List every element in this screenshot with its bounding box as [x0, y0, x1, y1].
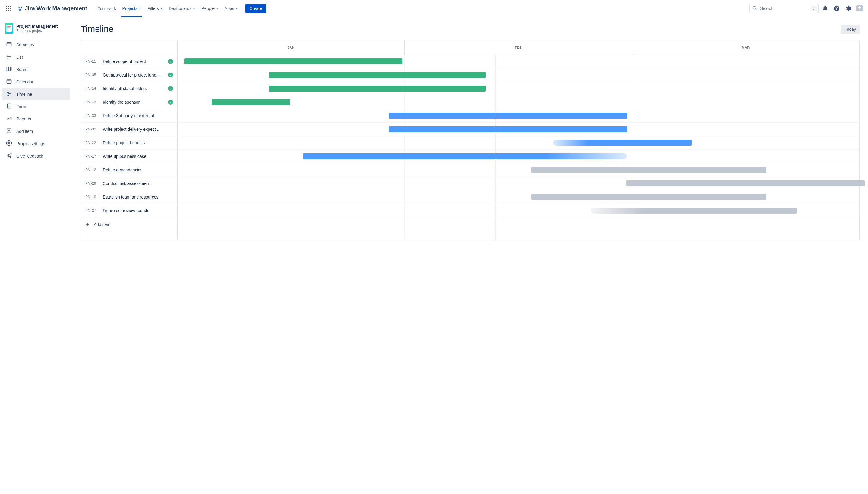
issue-key: PM-22 — [85, 141, 98, 145]
nav-right: / — [749, 4, 864, 13]
issue-key: PM-29 — [85, 181, 98, 186]
timeline-bar[interactable] — [303, 153, 627, 159]
timeline-month-feb: FEB — [405, 40, 632, 55]
search-box: / — [749, 4, 818, 13]
sidebar-item-label: List — [16, 55, 23, 60]
nav-item-your-work[interactable]: Your work — [95, 4, 119, 13]
nav-item-apps[interactable]: Apps▼ — [222, 4, 241, 13]
sidebar-item-calendar[interactable]: Calendar — [2, 76, 70, 88]
avatar — [856, 4, 864, 12]
timeline-row-info: PM-29Conduct risk assessment — [81, 177, 178, 190]
app-switcher-button[interactable] — [4, 4, 13, 13]
sidebar-item-timeline[interactable]: Timeline — [2, 88, 70, 100]
timeline-bar[interactable] — [531, 194, 767, 200]
timeline-header: JANFEBMAR — [81, 40, 859, 55]
timeline-bar[interactable] — [211, 99, 290, 105]
svg-point-0 — [6, 6, 7, 7]
calendar-icon — [6, 78, 12, 85]
settings-button[interactable] — [843, 4, 853, 13]
timeline-row-gantt — [178, 82, 859, 95]
sidebar-item-project-settings[interactable]: Project settings — [2, 137, 70, 150]
create-button[interactable]: Create — [245, 4, 266, 13]
sidebar-item-summary[interactable]: Summary — [2, 39, 70, 51]
svg-rect-29 — [7, 92, 10, 93]
timeline-row-gantt — [178, 190, 859, 204]
check-icon — [168, 100, 173, 104]
timeline-row[interactable]: PM-10Establish team and resources — [81, 190, 859, 204]
add-item-button[interactable]: Add item — [81, 217, 178, 231]
timeline-bar[interactable] — [389, 113, 627, 119]
timeline-row-info: PM-13Identify the sponsor — [81, 95, 178, 109]
nav-item-label: Apps — [224, 6, 234, 11]
timeline-bar[interactable] — [591, 208, 797, 213]
chevron-down-icon: ▼ — [160, 7, 163, 10]
search-shortcut: / — [811, 6, 817, 11]
project-header[interactable]: Project management Business project — [2, 22, 70, 39]
timeline-row[interactable]: PM-22Define project benefits — [81, 136, 859, 150]
sidebar-item-give-feedback[interactable]: Give feedback — [2, 150, 70, 162]
timeline-row[interactable]: PM-35Get approval for project fund... — [81, 69, 859, 82]
today-button[interactable]: Today — [841, 25, 860, 34]
profile-button[interactable] — [855, 4, 864, 13]
feedback-icon — [6, 152, 12, 159]
timeline-bar[interactable] — [269, 72, 485, 78]
add-item-label: Add item — [94, 222, 110, 227]
svg-point-4 — [8, 8, 9, 9]
timeline-row-info: PM-10Establish team and resources — [81, 190, 178, 204]
nav-item-dashboards[interactable]: Dashboards▼ — [166, 4, 198, 13]
nav-item-label: People — [201, 6, 215, 11]
search-input[interactable] — [749, 4, 818, 13]
board-icon — [6, 66, 12, 73]
svg-line-10 — [756, 9, 756, 10]
sidebar-item-reports[interactable]: Reports — [2, 113, 70, 125]
svg-point-3 — [6, 8, 7, 9]
timeline-bar[interactable] — [553, 140, 691, 146]
nav-item-filters[interactable]: Filters▼ — [144, 4, 166, 13]
help-button[interactable] — [832, 4, 842, 13]
timeline-row-gantt — [178, 204, 859, 217]
timeline-row[interactable]: PM-32Write project delivery expect... — [81, 122, 859, 136]
svg-point-8 — [10, 10, 11, 11]
timeline-row[interactable]: PM-33Define 3rd party or external — [81, 109, 859, 122]
timeline-row-info: PM-33Define 3rd party or external — [81, 109, 178, 122]
nav-item-projects[interactable]: Projects▼ — [119, 4, 144, 13]
timeline-row[interactable]: PM-11Define scope of project — [81, 55, 859, 69]
sidebar-item-add-item[interactable]: Add item — [2, 125, 70, 137]
svg-point-5 — [10, 8, 11, 9]
notifications-button[interactable] — [820, 4, 830, 13]
timeline-row-info: PM-22Define project benefits — [81, 136, 178, 149]
timeline-row[interactable]: PM-27Figure out review rounds — [81, 204, 859, 217]
sidebar-item-list[interactable]: List — [2, 51, 70, 63]
timeline-row[interactable]: PM-29Conduct risk assessment — [81, 177, 859, 190]
issue-summary: Define scope of project — [103, 59, 164, 64]
nav-item-people[interactable]: People▼ — [198, 4, 222, 13]
timeline-row[interactable]: PM-12Define dependencies — [81, 163, 859, 177]
product-logo[interactable]: Jira Work Management — [15, 5, 90, 12]
timeline-row[interactable]: PM-14Identify all stakeholders — [81, 82, 859, 95]
reports-icon — [6, 115, 12, 122]
timeline-header-months: JANFEBMAR — [178, 40, 859, 55]
timeline-bar[interactable] — [184, 58, 403, 64]
sidebar-item-board[interactable]: Board — [2, 63, 70, 76]
timeline-row-info: PM-12Define dependencies — [81, 163, 178, 176]
timeline-bar[interactable] — [531, 167, 767, 173]
nav-item-label: Dashboards — [169, 6, 192, 11]
issue-summary: Identify all stakeholders — [103, 86, 164, 91]
timeline-row-gantt — [178, 136, 859, 149]
sidebar-item-label: Add item — [16, 129, 33, 134]
timeline-row-gantt — [178, 109, 859, 122]
sidebar-item-form[interactable]: Form — [2, 100, 70, 113]
add-item-icon — [6, 128, 12, 135]
plus-icon — [85, 222, 90, 227]
timeline-bar[interactable] — [269, 86, 485, 92]
timeline-row[interactable]: PM-17Write up business case — [81, 150, 859, 163]
timeline-month-mar: MAR — [632, 40, 859, 55]
gear-icon — [845, 5, 851, 12]
timeline-header-tasks-col — [81, 40, 178, 55]
timeline-bar[interactable] — [389, 126, 627, 132]
page-header: Timeline Today — [81, 24, 860, 34]
timeline-row-info: PM-35Get approval for project fund... — [81, 69, 178, 82]
timeline-row[interactable]: PM-13Identify the sponsor — [81, 95, 859, 109]
timeline-bar[interactable] — [626, 180, 865, 187]
jira-logo-icon — [17, 5, 23, 12]
